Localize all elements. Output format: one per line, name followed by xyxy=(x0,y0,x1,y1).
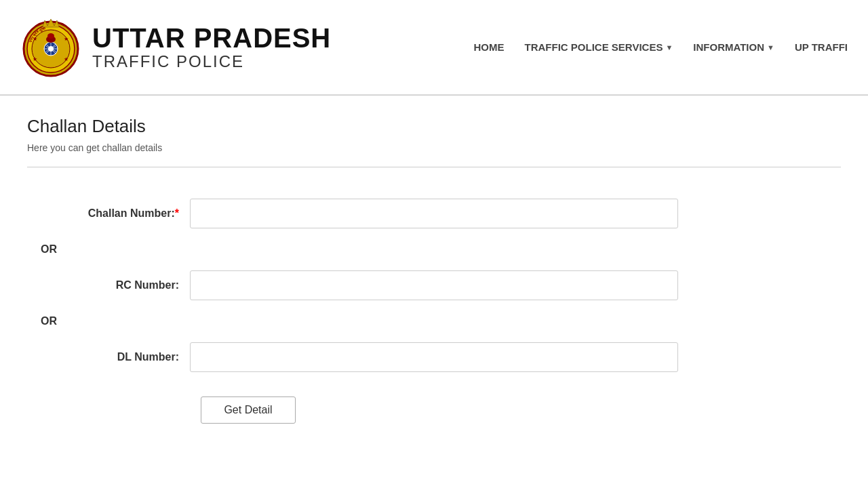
challan-form: Challan Number:* OR RC Number: OR DL Num… xyxy=(27,188,841,437)
svg-point-18 xyxy=(47,33,54,39)
org-name-main: UTTAR PRADESH xyxy=(92,23,331,53)
challan-number-label: Challan Number:* xyxy=(41,207,190,220)
nav-up-traffic[interactable]: UP TRAFFI xyxy=(795,41,848,53)
dl-number-label: DL Number: xyxy=(41,351,190,363)
get-detail-button[interactable]: Get Detail xyxy=(201,396,296,424)
svg-point-4 xyxy=(48,46,54,52)
form-divider xyxy=(27,167,841,167)
org-name-sub: TRAFFIC POLICE xyxy=(92,53,331,70)
page-title: Challan Details xyxy=(27,116,841,137)
challan-number-input[interactable] xyxy=(190,199,678,228)
police-emblem-icon: ★ ★ ★ ★ उत्तर प्रदेश पुलिस xyxy=(20,14,81,81)
svg-text:★: ★ xyxy=(64,56,68,62)
nav-information[interactable]: INFORMATION ▼ xyxy=(693,41,774,53)
or-separator-2: OR xyxy=(41,311,827,331)
dl-number-row: DL Number: xyxy=(41,331,827,383)
svg-marker-19 xyxy=(43,19,59,27)
nav-traffic-police-services[interactable]: TRAFFIC POLICE SERVICES ▼ xyxy=(525,41,673,53)
main-nav: HOME TRAFFIC POLICE SERVICES ▼ INFORMATI… xyxy=(474,41,848,53)
svg-text:★: ★ xyxy=(33,56,37,62)
main-content: Challan Details Here you can get challan… xyxy=(0,96,868,458)
page-subtitle: Here you can get challan details xyxy=(27,142,841,153)
dropdown-arrow-icon: ▼ xyxy=(767,43,774,52)
dl-number-input[interactable] xyxy=(190,342,678,372)
form-button-row: Get Detail xyxy=(41,383,827,437)
organization-name: UTTAR PRADESH TRAFFIC POLICE xyxy=(92,23,331,70)
site-header: ★ ★ ★ ★ उत्तर प्रदेश पुलिस UTTAR PRADESH… xyxy=(0,0,868,95)
nav-home[interactable]: HOME xyxy=(474,41,505,53)
rc-number-input[interactable] xyxy=(190,270,678,300)
rc-number-row: RC Number: xyxy=(41,260,827,311)
dropdown-arrow-icon: ▼ xyxy=(665,43,673,52)
required-indicator: * xyxy=(175,207,179,219)
svg-text:★: ★ xyxy=(64,36,68,42)
or-separator-1: OR xyxy=(41,239,827,260)
rc-number-label: RC Number: xyxy=(41,279,190,291)
challan-number-row: Challan Number:* xyxy=(41,188,827,239)
logo-area: ★ ★ ★ ★ उत्तर प्रदेश पुलिस UTTAR PRADESH… xyxy=(20,14,331,81)
